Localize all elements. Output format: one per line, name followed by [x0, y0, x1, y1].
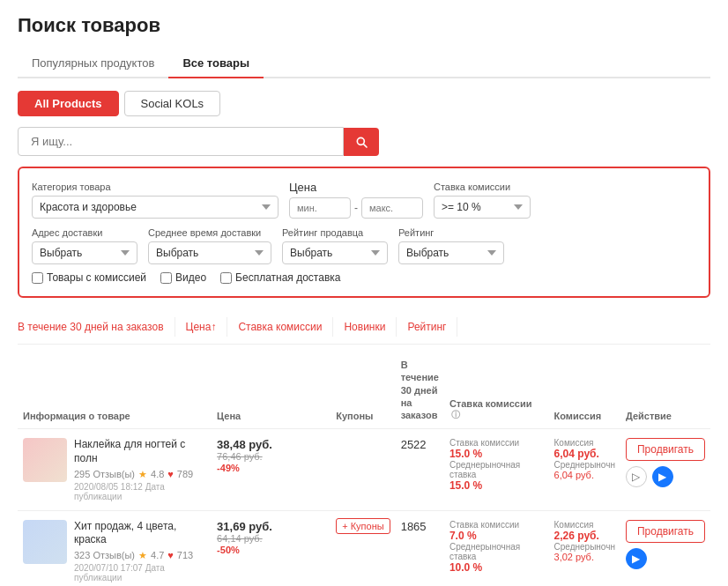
filter-category-select[interactable]: Красота и здоровье — [32, 196, 279, 219]
checkbox-video[interactable]: Видео — [160, 271, 206, 284]
sort-rating[interactable]: Рейтинг — [397, 317, 457, 337]
coupon-cell — [331, 429, 395, 510]
checkbox-with-commission-label: Товары с комиссией — [47, 271, 146, 284]
filter-price-group: Цена - — [289, 181, 423, 219]
coupon-cell: + Купоны — [331, 510, 395, 586]
th-price: Цена — [212, 352, 331, 429]
commission-amount-label: Комиссия — [554, 438, 615, 448]
product-name: Хит продаж, 4 цвета, краска — [74, 520, 206, 547]
commission-avg-amount-label: Среднерыночн — [554, 460, 615, 470]
sort-new[interactable]: Новинки — [333, 317, 397, 337]
sort-30days-label: В течение 30 дней на заказов — [18, 321, 164, 333]
tab-popular[interactable]: Популярных продуктов — [18, 49, 168, 78]
filter-seller-rating-label: Рейтинг продавца — [282, 227, 388, 238]
search-icon — [354, 135, 368, 149]
commission-avg-rate: 10.0 % — [449, 561, 544, 574]
commission-avg-amount: 6,04 руб. — [554, 470, 615, 480]
product-rating: 4.8 — [151, 469, 164, 479]
filter-price-inputs: - — [289, 197, 423, 219]
commission-avg-amount-label: Среднерыночн — [554, 542, 615, 552]
checkbox-with-commission[interactable]: Товары с комиссией — [32, 271, 146, 284]
product-reviews: 295 Отзыв(ы) — [74, 469, 135, 479]
checkbox-free-delivery[interactable]: Бесплатная доставка — [220, 271, 340, 284]
filter-rating-group: Рейтинг Выбрать — [398, 227, 504, 264]
heart-icon: ♥ — [167, 550, 174, 560]
product-likes: 789 — [177, 469, 193, 479]
orders-count: 2522 — [401, 438, 427, 451]
commission-rate-label: Ставка комиссии — [449, 520, 544, 530]
sort-30days[interactable]: В течение 30 дней на заказов — [18, 317, 175, 337]
search-row — [18, 127, 710, 156]
filter-rating-label: Рейтинг — [398, 227, 504, 238]
product-meta: 295 Отзыв(ы) ★ 4.8 ♥ 789 — [74, 469, 206, 480]
filter-delivery-time-select[interactable]: Выбрать — [148, 241, 271, 264]
filter-checkboxes: Товары с комиссией Видео Бесплатная дост… — [32, 271, 696, 284]
coupon-badge[interactable]: + Купоны — [336, 518, 390, 534]
filter-commission-select[interactable]: >= 10 % — [434, 196, 531, 219]
search-input[interactable] — [18, 127, 344, 156]
table-row: Наклейка для ногтей с полн 295 Отзыв(ы) … — [18, 429, 710, 510]
sub-tabs: All Products Social KOLs — [18, 91, 710, 116]
product-rating: 4.7 — [151, 550, 164, 560]
page-title: Поиск товаров — [18, 14, 710, 37]
commission-amount-value: 6,04 руб. — [554, 448, 615, 460]
price-discount: -50% — [217, 545, 240, 555]
sort-commission-label: Ставка комиссии — [238, 321, 322, 333]
sort-bar: В течение 30 дней на заказов Цена↑ Ставк… — [18, 310, 710, 345]
filter-seller-rating-select[interactable]: Выбрать — [282, 241, 388, 264]
filter-delivery-address-select[interactable]: Выбрать — [32, 241, 137, 264]
filter-row-1: Категория товара Красота и здоровье Цена… — [32, 181, 696, 219]
filter-price-min[interactable] — [289, 197, 351, 219]
commission-rate-value: 7.0 % — [449, 530, 544, 542]
filter-price-max[interactable] — [361, 197, 423, 219]
price-dash: - — [354, 202, 358, 214]
commission-rate-label: Ставка комиссии — [449, 438, 544, 448]
commission-amount-value: 2,26 руб. — [554, 530, 615, 542]
subtab-social-kols[interactable]: Social KOLs — [124, 91, 221, 116]
tab-all[interactable]: Все товары — [168, 49, 264, 78]
product-price: 38,48 руб. — [217, 438, 325, 451]
star-icon: ★ — [138, 469, 147, 480]
product-price: 31,69 руб. — [217, 520, 325, 533]
heart-icon: ♥ — [167, 469, 174, 479]
sort-price-label: Цена↑ — [186, 321, 217, 333]
filter-category-group: Категория товара Красота и здоровье — [32, 182, 279, 219]
search-button[interactable] — [344, 128, 379, 156]
sort-price[interactable]: Цена↑ — [175, 317, 228, 337]
orders-count: 1865 — [401, 520, 427, 533]
sort-new-label: Новинки — [344, 321, 385, 333]
th-orders: Втечение30 днейназаказов — [396, 352, 444, 429]
th-product-info: Информация о товаре — [18, 352, 212, 429]
commission-rate-value: 15.0 % — [449, 448, 544, 460]
star-icon: ★ — [138, 550, 147, 561]
product-reviews: 323 Отзыв(ы) — [74, 550, 135, 560]
sort-commission[interactable]: Ставка комиссии — [227, 317, 333, 337]
price-discount: -49% — [217, 463, 240, 473]
product-price-old: 64,14 руб. — [217, 533, 325, 544]
action-icons: ▶ — [626, 548, 705, 569]
commission-avg-amount: 3,02 руб. — [554, 552, 615, 562]
product-price-old: 76,46 руб. — [217, 451, 325, 462]
subtab-all-products[interactable]: All Products — [18, 91, 119, 116]
filter-rating-select[interactable]: Выбрать — [398, 241, 504, 264]
product-date: 2020/08/05 18:12 Дата публикации — [74, 482, 206, 501]
product-thumbnail — [23, 438, 67, 482]
filter-delivery-time-label: Среднее время доставки — [148, 227, 271, 238]
filter-delivery-time-group: Среднее время доставки Выбрать — [148, 227, 271, 264]
th-commission: Комиссия — [549, 352, 620, 429]
product-likes: 713 — [177, 550, 193, 560]
product-details: Наклейка для ногтей с полн 295 Отзыв(ы) … — [74, 438, 206, 501]
product-meta: 323 Отзыв(ы) ★ 4.7 ♥ 713 — [74, 550, 206, 561]
filter-box: Категория товара Красота и здоровье Цена… — [18, 167, 710, 298]
product-date: 2020/07/10 17:07 Дата публикации — [74, 563, 206, 582]
play-icon[interactable]: ▷ — [626, 466, 647, 487]
sort-rating-label: Рейтинг — [407, 321, 446, 333]
commission-avg-label: Среднерыночная ставка — [449, 460, 544, 479]
promote-button[interactable]: Продвигать — [626, 438, 705, 461]
video-icon[interactable]: ▶ — [652, 466, 673, 487]
video-icon[interactable]: ▶ — [626, 548, 647, 569]
checkbox-video-label: Видео — [175, 271, 206, 284]
main-tabs: Популярных продуктов Все товары — [18, 49, 710, 78]
promote-button[interactable]: Продвигать — [626, 520, 705, 543]
th-commission-rate: Ставка комиссии ⓘ — [444, 352, 549, 429]
